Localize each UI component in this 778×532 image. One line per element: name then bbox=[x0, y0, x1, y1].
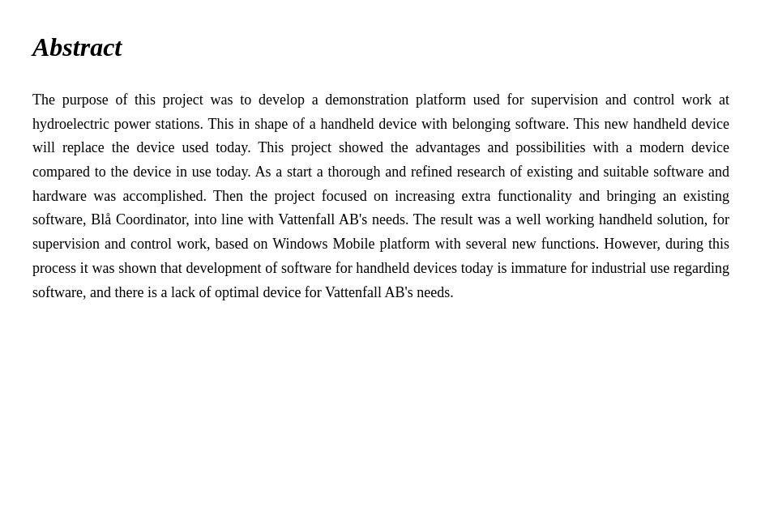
abstract-heading: Abstract bbox=[32, 32, 729, 62]
abstract-body-text: The purpose of this project was to devel… bbox=[32, 88, 729, 304]
